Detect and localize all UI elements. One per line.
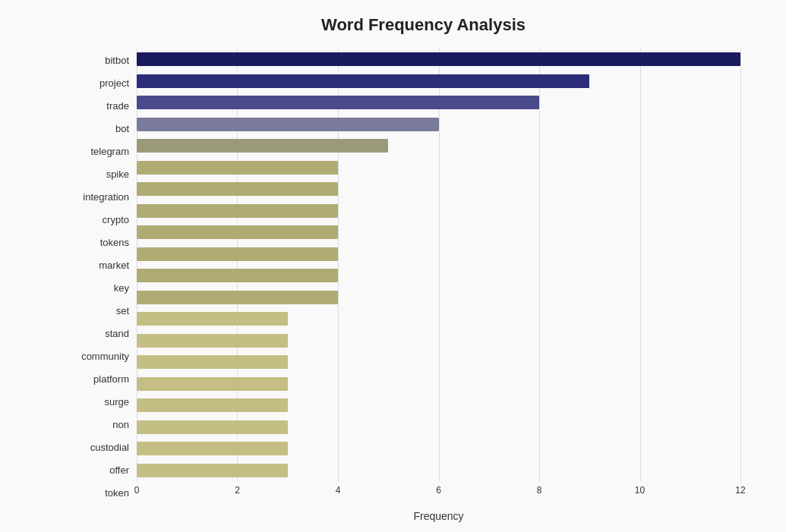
y-label: non — [76, 414, 129, 434]
bar-row — [137, 439, 740, 458]
y-label: tokens — [76, 232, 129, 252]
x-tick-label: 0 — [134, 485, 140, 496]
bar — [137, 225, 338, 239]
x-axis-labels: 024681012 — [137, 481, 740, 504]
bar-row — [137, 244, 740, 264]
bar — [137, 334, 288, 348]
y-label: set — [76, 301, 129, 320]
bar-row — [137, 266, 740, 285]
bar-row — [137, 115, 740, 134]
bar-row — [137, 461, 740, 480]
y-label: bot — [76, 118, 129, 138]
x-tick-label: 6 — [436, 485, 441, 496]
y-label: surge — [76, 392, 129, 411]
bar — [137, 398, 288, 412]
y-label: key — [76, 278, 129, 297]
bar-row — [137, 71, 740, 91]
bar — [137, 161, 338, 175]
bar-row — [137, 374, 740, 394]
bar-row — [137, 93, 740, 112]
bar-row — [137, 179, 740, 199]
y-axis-labels: bitbotprojecttradebottelegramspikeintegr… — [76, 49, 137, 504]
bars — [137, 49, 740, 481]
y-label: project — [76, 73, 129, 93]
bar — [137, 442, 288, 455]
y-label: offer — [76, 460, 129, 480]
bar-row — [137, 352, 740, 372]
bar — [137, 182, 338, 196]
bar-row — [137, 309, 740, 329]
bar-row — [137, 136, 740, 156]
bar — [137, 291, 338, 304]
bar — [137, 52, 740, 66]
bar-row — [137, 158, 740, 178]
y-label: telegram — [76, 141, 129, 161]
y-label: spike — [76, 164, 129, 184]
bar-row — [137, 395, 740, 415]
y-label: custodial — [76, 437, 129, 457]
bar — [137, 139, 388, 153]
gridline — [740, 49, 741, 481]
y-label: integration — [76, 187, 129, 206]
y-label: token — [76, 483, 129, 502]
bar-row — [137, 288, 740, 307]
y-label: community — [76, 346, 129, 366]
x-tick-label: 12 — [735, 485, 745, 496]
bar — [137, 118, 439, 131]
y-label: platform — [76, 369, 129, 389]
bars-area: 024681012 — [137, 49, 740, 504]
y-label: bitbot — [76, 50, 129, 70]
chart-title: Word Frequency Analysis — [76, 15, 740, 35]
bar — [137, 355, 288, 369]
x-axis-title: Frequency — [76, 510, 740, 522]
y-label: crypto — [76, 209, 129, 229]
bar — [137, 204, 338, 218]
bar — [137, 420, 288, 434]
bar — [137, 377, 288, 391]
bar-row — [137, 201, 740, 221]
bar — [137, 269, 338, 282]
bar — [137, 464, 288, 477]
y-label: trade — [76, 96, 129, 115]
x-tick-label: 10 — [635, 485, 645, 496]
bar-row — [137, 49, 740, 69]
bar — [137, 312, 288, 326]
x-tick-label: 8 — [537, 485, 542, 496]
x-tick-label: 2 — [235, 485, 240, 496]
y-label: market — [76, 255, 129, 275]
bar-row — [137, 417, 740, 437]
y-label: stand — [76, 323, 129, 343]
bar — [137, 96, 539, 109]
bar-row — [137, 331, 740, 351]
bar-row — [137, 222, 740, 242]
bar — [137, 247, 338, 261]
chart-container: Word Frequency Analysis bitbotprojecttra… — [0, 0, 786, 532]
bar — [137, 74, 589, 88]
x-tick-label: 4 — [336, 485, 341, 496]
